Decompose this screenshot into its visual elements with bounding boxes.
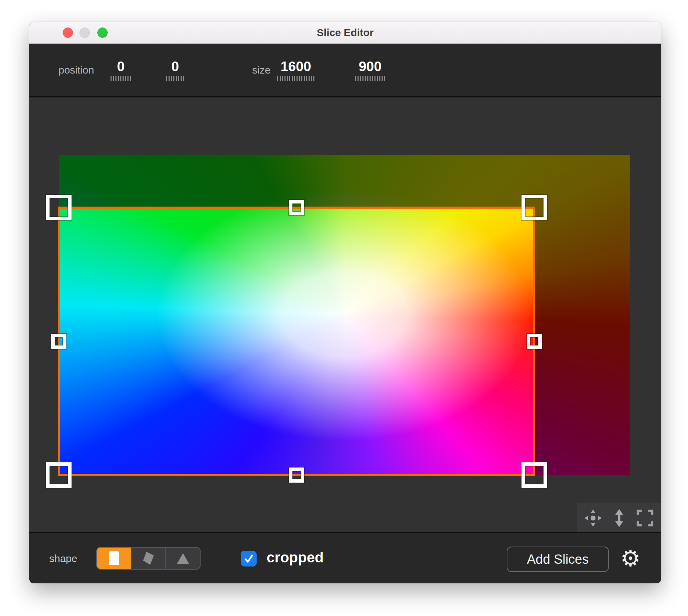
resize-handle-middle-right[interactable] bbox=[527, 334, 542, 349]
position-y-value: 0 bbox=[171, 59, 179, 74]
slice-selection-rect[interactable] bbox=[58, 207, 535, 476]
triangle-icon bbox=[175, 550, 191, 566]
cropped-checkbox[interactable] bbox=[241, 551, 257, 566]
resize-handle-top-right[interactable] bbox=[522, 195, 547, 220]
position-y-field[interactable]: 0 bbox=[166, 59, 184, 81]
footer-toolbar: shape cropped Add Slices ⚙ bbox=[29, 532, 661, 583]
shape-rectangle-button[interactable] bbox=[97, 548, 131, 569]
cropped-checkbox-label[interactable]: cropped bbox=[267, 549, 324, 566]
title-bar: Slice Editor bbox=[29, 22, 661, 44]
size-height-value: 900 bbox=[359, 59, 382, 74]
gear-icon[interactable]: ⚙ bbox=[620, 544, 641, 572]
slice-editor-window: Slice Editor position 0 0 size 1600 900 bbox=[29, 22, 661, 583]
resize-handle-top-middle[interactable] bbox=[289, 200, 304, 215]
vertical-resize-icon[interactable] bbox=[609, 508, 629, 528]
position-y-drag-ticks[interactable] bbox=[166, 76, 184, 81]
size-label: size bbox=[252, 64, 270, 76]
resize-handle-top-left[interactable] bbox=[46, 195, 72, 220]
position-label: position bbox=[58, 64, 94, 76]
position-x-field[interactable]: 0 bbox=[111, 59, 131, 81]
checkmark-icon bbox=[243, 553, 255, 564]
window-title: Slice Editor bbox=[29, 22, 661, 44]
editor-canvas bbox=[29, 98, 661, 532]
fit-to-view-icon[interactable] bbox=[635, 508, 655, 528]
shape-triangle-button[interactable] bbox=[165, 548, 200, 569]
size-width-drag-ticks[interactable] bbox=[277, 76, 314, 81]
resize-handle-bottom-left[interactable] bbox=[46, 462, 72, 488]
size-height-field[interactable]: 900 bbox=[355, 59, 385, 81]
rectangle-icon bbox=[109, 551, 119, 565]
resize-handle-bottom-middle[interactable] bbox=[289, 468, 304, 483]
position-x-drag-ticks[interactable] bbox=[111, 76, 131, 81]
shape-quad-button[interactable] bbox=[131, 548, 165, 569]
pan-icon[interactable] bbox=[583, 508, 603, 528]
shape-segmented-control bbox=[96, 547, 201, 570]
add-slices-button[interactable]: Add Slices bbox=[507, 547, 609, 572]
size-width-field[interactable]: 1600 bbox=[277, 59, 314, 81]
size-width-value: 1600 bbox=[281, 59, 311, 74]
position-x-value: 0 bbox=[117, 59, 125, 74]
quad-icon bbox=[140, 550, 156, 566]
view-controls bbox=[577, 503, 661, 533]
cropped-area-right bbox=[534, 208, 630, 475]
geometry-toolbar: position 0 0 size 1600 900 bbox=[29, 44, 661, 97]
resize-handle-bottom-right[interactable] bbox=[522, 462, 547, 488]
size-height-drag-ticks[interactable] bbox=[355, 76, 385, 81]
shape-label: shape bbox=[49, 553, 77, 564]
resize-handle-middle-left[interactable] bbox=[51, 334, 66, 349]
